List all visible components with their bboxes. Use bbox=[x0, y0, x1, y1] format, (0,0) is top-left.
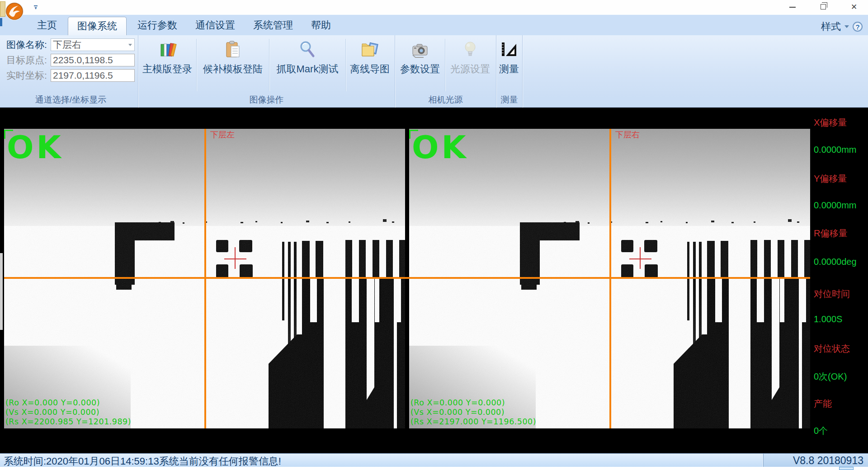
status-bar: 系统时间:2020年01月06日14:59:13系统当前没有任何报警信息! V8… bbox=[0, 453, 868, 467]
clipboard-icon bbox=[223, 40, 243, 60]
help-icon[interactable]: ? bbox=[853, 22, 863, 32]
realtime-coord-value[interactable]: 2197.0,1196.5 bbox=[51, 69, 135, 82]
offline-map-button[interactable]: 离线导图 bbox=[346, 36, 394, 94]
measure-button[interactable]: 测量 bbox=[496, 36, 522, 94]
telemetry-readout: (Ro X=0.000 Y=0.000) (Vs X=0.000 Y=0.000… bbox=[410, 398, 536, 427]
r-offset-label: R偏移量 bbox=[814, 227, 847, 240]
title-bar: ✕ bbox=[0, 0, 868, 14]
set-square-icon bbox=[499, 40, 519, 60]
backup-template-login-button[interactable]: 候补模板登陆 bbox=[197, 36, 269, 94]
version-text: V8.8 20180913 bbox=[793, 455, 863, 467]
style-menu[interactable]: 样式 bbox=[821, 20, 841, 33]
group-caption-camera-light: 相机光源 bbox=[395, 94, 496, 106]
crosshair-horizontal-line bbox=[4, 277, 810, 279]
quick-access-customize-arrow[interactable]: ▾ bbox=[33, 5, 39, 11]
group-caption-channel: 通道选择/坐标显示 bbox=[4, 94, 138, 106]
capacity-label: 产能 bbox=[814, 398, 832, 410]
folder-image-icon bbox=[360, 40, 380, 60]
tab-home[interactable]: 主页 bbox=[28, 15, 66, 36]
ribbon: 图像名称: 下层右 目标原点: 2235.0,1198.5 实时坐标: 2197… bbox=[0, 35, 868, 108]
tab-help[interactable]: 帮助 bbox=[302, 15, 340, 36]
group-caption-measure: 测量 bbox=[496, 94, 522, 106]
group-image-ops: 主模版登录 候补模板登陆 bbox=[138, 35, 395, 108]
app-logo-icon bbox=[5, 1, 24, 21]
y-offset-value: 0.0000mm bbox=[814, 200, 857, 211]
version-box: V8.8 20180913 bbox=[763, 454, 868, 467]
master-template-login-button[interactable]: 主模版登录 bbox=[138, 36, 196, 94]
param-settings-button[interactable]: 参数设置 bbox=[395, 36, 445, 94]
chevron-down-icon[interactable] bbox=[844, 25, 849, 28]
result-ok-text: OK bbox=[412, 129, 469, 166]
system-status-message: 系统时间:2020年01月06日14:59:13系统当前没有任何报警信息! bbox=[4, 455, 281, 468]
menu-bar: 主页 图像系统 运行参数 通信设置 系统管理 帮助 样式 ? bbox=[0, 14, 868, 35]
align-state-value: 0次(OK) bbox=[814, 371, 847, 383]
taskbar-peek-box bbox=[839, 467, 854, 470]
align-time-value: 1.000S bbox=[814, 314, 842, 324]
group-caption-image-ops: 图像操作 bbox=[138, 94, 395, 106]
tab-run-params[interactable]: 运行参数 bbox=[128, 15, 186, 36]
light-settings-button[interactable]: 光源设置 bbox=[445, 36, 495, 94]
group-camera-light: 参数设置 光源设置 相机光源 bbox=[395, 35, 496, 108]
grab-mark-test-button[interactable]: 抓取Mark测试 bbox=[269, 36, 345, 94]
align-time-label: 对位时间 bbox=[814, 288, 850, 300]
align-state-label: 对位状态 bbox=[814, 343, 850, 355]
x-offset-label: X偏移量 bbox=[814, 117, 847, 129]
x-offset-value: 0.0000mm bbox=[814, 145, 857, 155]
target-origin-value[interactable]: 2235.0,1198.5 bbox=[51, 54, 135, 66]
capacity-value: 0个 bbox=[814, 425, 828, 437]
telemetry-readout: (Ro X=0.000 Y=0.000) (Vs X=0.000 Y=0.000… bbox=[5, 398, 131, 427]
minimize-button[interactable] bbox=[787, 2, 798, 13]
books-icon bbox=[157, 40, 177, 60]
vision-canvas: OK 下层左 (Ro X=0.000 Y=0.000) (Vs X=0.000 … bbox=[0, 108, 868, 453]
camera-label: 下层左 bbox=[210, 129, 235, 140]
dropdown-arrow-icon bbox=[128, 44, 132, 46]
image-name-label: 图像名称: bbox=[6, 38, 51, 51]
camera-label: 下层右 bbox=[615, 129, 640, 140]
y-offset-label: Y偏移量 bbox=[814, 173, 847, 185]
close-button[interactable]: ✕ bbox=[848, 2, 860, 13]
bulb-icon bbox=[460, 40, 480, 60]
group-channel-coords: 图像名称: 下层右 目标原点: 2235.0,1198.5 实时坐标: 2197… bbox=[4, 35, 138, 108]
image-edge-sliver bbox=[0, 253, 3, 330]
magnifier-icon bbox=[297, 40, 317, 60]
group-measure: 测量 测量 bbox=[496, 35, 523, 108]
tab-image-system[interactable]: 图像系统 bbox=[68, 17, 127, 36]
target-origin-label: 目标原点: bbox=[6, 54, 51, 66]
tab-comm-settings[interactable]: 通信设置 bbox=[186, 15, 244, 36]
measurement-column: X偏移量 0.0000mm Y偏移量 0.0000mm R偏移量 0.0000d… bbox=[812, 108, 868, 453]
camera-icon bbox=[410, 40, 430, 60]
realtime-coord-label: 实时坐标: bbox=[6, 69, 51, 82]
desktop-strip bbox=[0, 467, 868, 470]
desktop-edge-artifact-2 bbox=[0, 18, 2, 26]
tab-system-mgmt[interactable]: 系统管理 bbox=[244, 15, 302, 36]
r-offset-value: 0.0000deg bbox=[814, 257, 857, 267]
result-ok-text: OK bbox=[7, 129, 64, 166]
image-name-dropdown[interactable]: 下层右 bbox=[51, 38, 135, 51]
restore-button[interactable] bbox=[817, 2, 829, 13]
